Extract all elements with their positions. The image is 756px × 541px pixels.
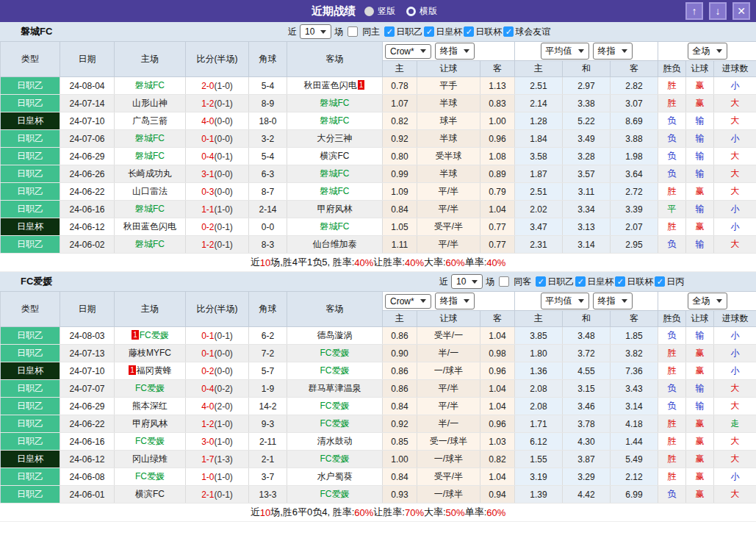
chevron-down-icon <box>464 299 469 303</box>
score-cell: 0-1(0-0) <box>186 345 249 362</box>
match-result: 胜 <box>658 451 686 468</box>
match-result: 负 <box>658 236 686 254</box>
section-summary: 近10场,胜6平0负4, 胜率:60% 让胜率:70% 大率:50% 单率:60… <box>0 504 756 522</box>
match-date: 24-06-12 <box>60 218 115 236</box>
move-up-button[interactable]: ↑ <box>685 2 703 20</box>
avg-away: 3.39 <box>611 201 658 218</box>
close-button[interactable]: ✕ <box>732 2 750 20</box>
move-down-button[interactable]: ↓ <box>709 2 727 20</box>
match-result: 负 <box>658 486 686 504</box>
summary-text: 60% <box>446 257 465 268</box>
odds-handicap: 平手 <box>417 77 480 95</box>
avg-home: 2.51 <box>515 77 563 95</box>
avg-away: 8.69 <box>611 112 658 130</box>
avg-time-select[interactable]: 终指 <box>593 43 633 60</box>
match-date: 24-06-29 <box>60 398 115 415</box>
match-type: 日皇杯 <box>1 451 60 468</box>
col-handicap-result: 让球 <box>686 311 714 327</box>
match-row: 日职乙24-08-031FC爱媛0-1(0-1)6-2德岛漩涡0.86受半/一1… <box>1 327 756 345</box>
col-avg-away: 客 <box>611 61 658 77</box>
match-type: 日职乙 <box>1 468 60 486</box>
match-date: 24-07-10 <box>60 362 115 380</box>
home-team: 山口雷法 <box>115 183 186 201</box>
avg-away: 3.64 <box>611 165 658 183</box>
league-checkbox[interactable]: ✓ <box>575 276 586 287</box>
handicap-result: 赢 <box>686 486 714 504</box>
match-date: 24-06-22 <box>60 415 115 433</box>
away-team-label: 秋田蓝色闪电 <box>304 80 357 90</box>
match-row: 日皇杯24-06-12冈山绿雉1-7(1-3)2-1FC爱媛1.00一/球半0.… <box>1 451 756 468</box>
odds-home: 0.92 <box>383 130 417 148</box>
match-type: 日职乙 <box>1 130 60 148</box>
match-result: 负 <box>658 380 686 398</box>
odds-away: 1.04 <box>480 380 515 398</box>
match-row: 日职乙24-06-16FC爱媛3-0(1-0)2-11清水鼓动0.85受一/球半… <box>1 433 756 451</box>
average-group: 平均值 终指 <box>515 292 658 311</box>
bookmaker-select[interactable]: Crow* <box>385 44 431 59</box>
avg-home: 1.84 <box>515 130 563 148</box>
summary-text: 40% <box>405 257 424 268</box>
same-venue-checkbox[interactable] <box>348 26 358 37</box>
half-time-score: (0-1) <box>215 222 233 232</box>
league-checkbox[interactable]: ✓ <box>424 26 434 37</box>
down-arrow-icon: ↓ <box>716 5 721 17</box>
away-team: FC爱媛 <box>287 362 383 380</box>
avg-away: 3.88 <box>611 130 658 148</box>
odds-home: 0.86 <box>383 362 417 380</box>
avg-home: 1.28 <box>515 112 563 130</box>
team-section-ehime-fc: FC爱媛 近 10 场 同客 ✓日职乙✓日皇杯✓日联杯✓日丙 类型 日期 主场 <box>0 272 756 522</box>
home-team-label: 磐城FC <box>135 204 165 214</box>
radio-vertical-layout[interactable] <box>364 7 374 16</box>
match-result: 胜 <box>658 218 686 236</box>
league-checkbox[interactable]: ✓ <box>384 26 395 37</box>
goals-result: 大 <box>714 95 756 112</box>
corner-count: 13-3 <box>249 486 287 504</box>
match-row: 日职乙24-06-29熊本深红4-0(2-0)14-2FC爱媛0.84平/半1.… <box>1 398 756 415</box>
odds-time-select[interactable]: 终指 <box>435 293 475 309</box>
scope-value: 全场 <box>693 295 710 307</box>
odds-away: 0.83 <box>480 95 515 112</box>
home-team-label: FC爱媛 <box>135 471 165 481</box>
away-team: 磐城FC <box>287 112 383 130</box>
match-date: 24-06-01 <box>60 486 115 504</box>
scope-select[interactable]: 全场 <box>688 43 727 60</box>
match-result: 负 <box>658 130 686 148</box>
match-count-select[interactable]: 10 <box>300 24 331 39</box>
half-time-score: (2-0) <box>215 401 233 412</box>
league-checkbox[interactable]: ✓ <box>615 276 625 287</box>
match-result: 胜 <box>658 433 686 451</box>
matches-table: 类型 日期 主场 比分(半场) 角球 客场 Crow* 终指 平均值 终指 <box>0 292 756 504</box>
handicap-result: 赢 <box>686 433 714 451</box>
avg-time-select[interactable]: 终指 <box>593 293 633 309</box>
match-row: 日职乙24-07-06磐城FC0-1(0-0)3-2大分三神0.92半球0.96… <box>1 130 756 148</box>
match-type: 日职乙 <box>1 183 60 201</box>
page-title: 近期战绩 <box>312 4 356 18</box>
league-checkbox[interactable]: ✓ <box>503 26 514 37</box>
home-team: FC爱媛 <box>115 468 186 486</box>
bookmaker-select[interactable]: Crow* <box>385 294 431 309</box>
col-result: 胜负 <box>658 311 686 327</box>
handicap-result: 赢 <box>686 218 714 236</box>
avg-away: 2.95 <box>611 236 658 254</box>
league-checkbox[interactable]: ✓ <box>536 276 546 287</box>
average-select[interactable]: 平均值 <box>541 293 589 309</box>
home-team: 山形山神 <box>115 95 186 112</box>
match-row: 日职乙24-06-29磐城FC0-4(0-1)5-4横滨FC0.80受半球1.0… <box>1 148 756 165</box>
match-type: 日职乙 <box>1 433 60 451</box>
league-checkbox[interactable]: ✓ <box>464 26 474 37</box>
match-row: 日职乙24-07-07FC爱媛0-4(0-2)1-9群马草津温泉0.86平/半1… <box>1 380 756 398</box>
match-row: 日职乙24-06-22山口雷法0-3(0-0)8-7磐城FC1.09平/半0.7… <box>1 183 756 201</box>
same-venue-checkbox[interactable] <box>499 276 509 287</box>
scope-select[interactable]: 全场 <box>688 293 727 309</box>
average-select[interactable]: 平均值 <box>541 43 589 60</box>
radio-horizontal-layout[interactable] <box>406 7 416 16</box>
league-checkbox[interactable]: ✓ <box>655 276 665 287</box>
match-count-select[interactable]: 10 <box>451 274 483 289</box>
odds-away: 1.04 <box>480 468 515 486</box>
same-venue-label: 同主 <box>362 26 380 38</box>
match-type: 日职乙 <box>1 327 60 345</box>
half-time-score: (1-0) <box>215 437 233 447</box>
col-type: 类型 <box>1 42 60 77</box>
avg-draw: 3.48 <box>563 327 611 345</box>
odds-time-select[interactable]: 终指 <box>435 43 475 60</box>
